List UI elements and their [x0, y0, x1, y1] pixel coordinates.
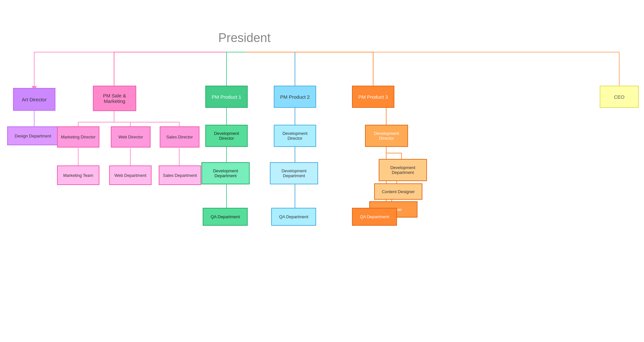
art-director-node: Art Director [13, 88, 55, 111]
dev-director2-node: Development Director [274, 125, 316, 147]
ceo-node: CEO [600, 86, 639, 108]
pm-product2-node: PM Product 2 [274, 86, 316, 108]
qa-dept3-node: QA Department [352, 208, 397, 226]
dev-director1-node: Development Director [205, 125, 248, 147]
qa-dept1-node: QA Department [203, 208, 248, 226]
pm-product3-node: PM Product 3 [352, 86, 394, 108]
marketing-team-node: Marketing Team [57, 165, 99, 185]
pm-product1-node: PM Product 1 [205, 86, 248, 108]
sales-director-node: Sales Director [160, 126, 199, 148]
design-dept-node: Design Department [7, 126, 59, 145]
org-chart: President Art Director Design Department… [0, 0, 644, 342]
dev-dept1-node: Development Department [201, 162, 250, 184]
sales-dept-node: Sales Department [159, 165, 201, 185]
dev-dept3-node: Development Department [379, 159, 427, 181]
president-node: President [212, 31, 277, 45]
content-designer-node: Content Designer [374, 183, 422, 200]
web-dept-node: Web Department [109, 165, 152, 185]
web-director-node: Web Director [111, 126, 151, 148]
dev-dept2-node: Development Department [270, 162, 318, 184]
pm-sale-marketing-node: PM Sale & Marketing [93, 86, 136, 111]
dev-director3-node: Development Director [365, 125, 408, 147]
qa-dept2-node: QA Department [271, 208, 316, 226]
marketing-director-node: Marketing Director [57, 126, 99, 148]
